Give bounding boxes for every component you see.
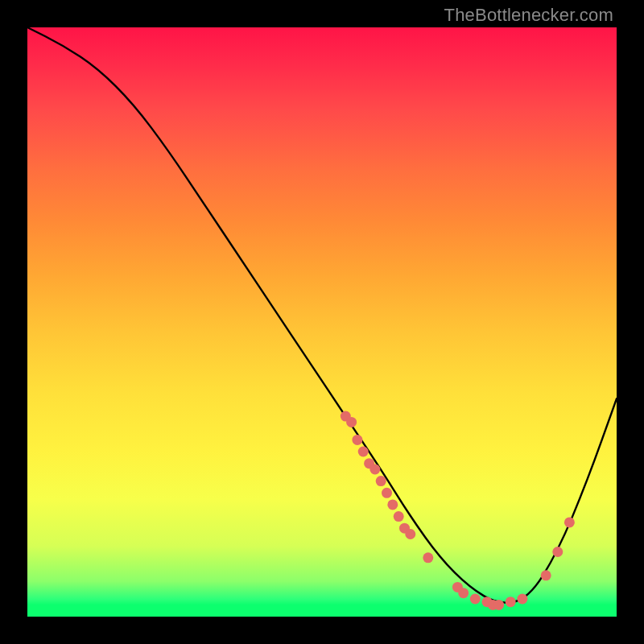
data-point [541,570,551,580]
data-point [346,417,357,427]
data-point [364,458,374,469]
data-point [352,435,362,445]
data-point [382,488,392,498]
highlighted-points [341,411,575,610]
data-point [358,447,369,457]
plot-area [27,27,617,617]
data-point [482,597,493,607]
data-point [387,499,398,510]
data-point [405,529,415,539]
data-point [369,464,380,475]
chart-frame: TheBottlenecker.com [0,0,644,644]
watermark-text: TheBottlenecker.com [444,5,613,26]
data-point [493,600,504,610]
data-point [458,588,469,598]
data-point [452,582,463,592]
data-point [376,476,386,486]
data-point [506,597,516,607]
data-point [488,600,498,610]
data-point [423,552,433,563]
bottleneck-curve [27,27,617,603]
data-point [341,411,351,422]
data-point [399,523,410,534]
data-point [470,594,481,605]
curve-layer [27,27,617,617]
data-point [517,594,527,605]
data-point [394,511,404,522]
data-point [564,517,575,527]
data-point [552,547,563,557]
